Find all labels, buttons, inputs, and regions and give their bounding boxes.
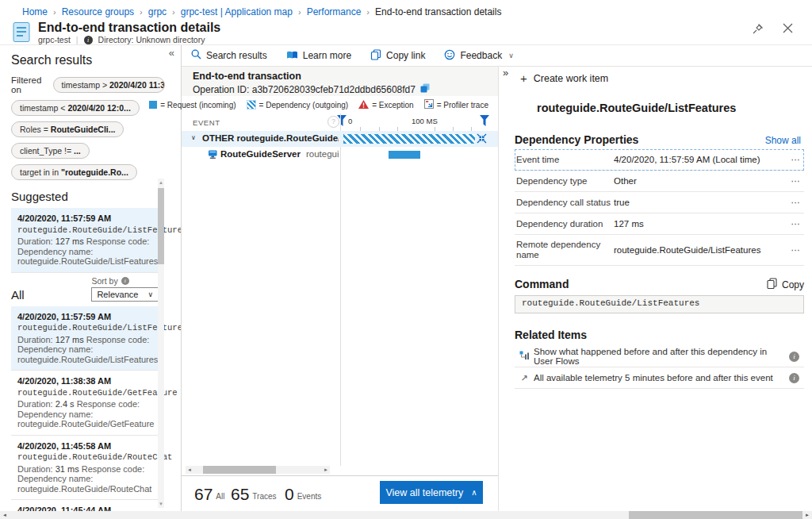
directory-info-icon[interactable]: i <box>84 36 93 44</box>
pin-icon[interactable] <box>752 23 764 37</box>
copy-operation-id-icon[interactable] <box>420 83 430 95</box>
table-row[interactable]: Dependency type Other ⋯ <box>515 171 804 192</box>
learn-more-button[interactable]: Learn more <box>286 50 351 62</box>
server-icon <box>208 150 218 162</box>
command-heading: Command <box>515 278 569 290</box>
transaction-document-icon <box>13 21 31 45</box>
scroll-left-icon[interactable]: ◄ <box>186 466 193 474</box>
scroll-left-icon[interactable]: ◄ <box>1 511 9 519</box>
result-item[interactable]: 4/20/2020, 11:38:38 AM routeguide.RouteG… <box>11 371 159 436</box>
search-results-button[interactable]: Search results <box>191 49 267 62</box>
info-icon[interactable]: i <box>779 372 804 383</box>
breadcrumb-current: End-to-end transaction details <box>375 6 501 17</box>
copy-command-button[interactable]: Copy <box>767 278 804 291</box>
table-row[interactable]: Remote dependency name routeguide.RouteG… <box>515 235 804 266</box>
table-row[interactable]: Event time 4/20/2020, 11:57:59 AM (Local… <box>515 149 804 171</box>
filter-chip-timestamp-gt[interactable]: timestamp > 2020/4/20 11:3... <box>53 77 165 93</box>
breadcrumb-home[interactable]: Home <box>22 6 48 17</box>
event-row-group[interactable]: ∨ OTHER routeguide.RouteGuide/ListFeatu <box>182 131 498 147</box>
fit-to-window-icon[interactable] <box>477 133 487 146</box>
dependency-duration-bar[interactable] <box>343 134 475 144</box>
breadcrumb-separator-icon: › <box>298 7 301 17</box>
create-work-item-button[interactable]: + Create work item <box>520 71 608 85</box>
result-timestamp: 4/20/2020, 11:38:38 AM <box>17 376 152 386</box>
breadcrumb-separator-icon: › <box>53 7 56 17</box>
more-options-icon[interactable]: ⋯ <box>777 218 804 229</box>
more-options-icon[interactable]: ⋯ <box>777 244 804 256</box>
info-icon[interactable]: i <box>779 351 804 362</box>
transaction-title: End-to-end transaction <box>193 71 498 82</box>
page-subtitle: grpc-test | i Directory: Unknown directo… <box>38 35 205 44</box>
scrollbar-thumb[interactable] <box>629 511 802 519</box>
tree-horizontal-scrollbar[interactable]: ◄ ► <box>186 466 330 474</box>
sidebar-scrollbar[interactable]: ▲ ▼ <box>158 179 164 508</box>
result-item[interactable]: 4/20/2020, 11:45:58 AM routeguide.RouteG… <box>11 436 159 501</box>
view-all-telemetry-button[interactable]: View all telemetry ∧ <box>380 481 483 504</box>
range-start-filter-icon[interactable] <box>337 115 347 129</box>
plus-icon: + <box>520 71 527 85</box>
copy-icon <box>370 49 381 63</box>
chevron-down-icon[interactable]: ∨ <box>191 134 196 141</box>
suggested-result-item[interactable]: 4/20/2020, 11:57:59 AM routeguide.RouteG… <box>11 208 159 273</box>
related-item-user-flows[interactable]: Show what happened before and after this… <box>515 346 804 367</box>
result-item[interactable]: 4/20/2020, 11:57:59 AM routeguide.RouteG… <box>11 306 159 371</box>
breadcrumb-separator-icon: › <box>172 7 175 17</box>
scroll-right-icon[interactable]: ► <box>803 511 811 519</box>
breadcrumb-resource-groups[interactable]: Resource groups <box>62 6 134 17</box>
dependency-swatch-icon <box>247 100 256 110</box>
page-horizontal-scrollbar[interactable]: ◄ ► <box>0 511 812 519</box>
scrollbar-thumb[interactable] <box>158 188 164 264</box>
request-duration-bar[interactable] <box>389 151 420 159</box>
close-icon[interactable] <box>783 23 793 37</box>
telemetry-stats-bar: 67 All 65 Traces 0 Events View all telem… <box>182 475 498 511</box>
more-options-icon[interactable]: ⋯ <box>777 175 804 186</box>
show-all-link[interactable]: Show all <box>765 135 801 146</box>
more-options-icon[interactable]: ⋯ <box>777 154 804 165</box>
command-text-box[interactable]: routeguide.RouteGuide/ListFeatures <box>515 295 804 313</box>
filter-chip-timestamp-lt[interactable]: timestamp < 2020/4/20 12:0... <box>11 100 140 116</box>
diagonal-arrow-icon: ↗ <box>515 373 534 383</box>
details-expand-icon[interactable]: » <box>503 67 508 79</box>
filter-chip-roles[interactable]: Roles = RouteGuideCli... <box>11 121 124 137</box>
resource-name: grpc-test <box>38 35 71 44</box>
filter-chip-target[interactable]: target in in "routeguide.Ro... <box>11 164 137 180</box>
range-end-filter-icon[interactable] <box>480 115 489 129</box>
filter-chip-client-type[interactable]: client_Type != ... <box>11 143 90 159</box>
related-item-all-telemetry[interactable]: ↗ All available telemetry 5 minutes befo… <box>515 367 804 389</box>
result-operation-name: routeguide.RouteGuide/ListFeatures <box>17 323 152 333</box>
search-icon <box>191 49 201 62</box>
stat-all-label: All <box>216 492 224 502</box>
breadcrumb-separator-icon: › <box>366 7 370 17</box>
transaction-timeline-pane: End-to-end transaction Operation ID: a3b… <box>182 67 498 511</box>
ruler-start-label: 0 <box>348 117 352 125</box>
breadcrumb-grpc[interactable]: grpc <box>148 6 167 17</box>
scroll-right-icon[interactable]: ► <box>322 466 330 474</box>
profiler-trace-icon <box>424 99 434 110</box>
sort-by-label: Sort by <box>91 276 117 286</box>
scrollbar-thumb[interactable] <box>203 466 276 474</box>
copy-icon <box>767 278 777 291</box>
sidebar-collapse-icon[interactable]: « <box>169 47 174 59</box>
result-timestamp: 4/20/2020, 11:57:59 AM <box>17 312 152 322</box>
all-heading: All <box>11 288 25 302</box>
sidebar-title: Search results <box>11 53 181 67</box>
stat-all-count: 67 <box>194 486 213 502</box>
event-column-header: EVENT <box>193 118 220 127</box>
more-options-icon[interactable]: ⋯ <box>777 197 804 208</box>
feedback-button[interactable]: Feedback ∨ <box>444 49 513 63</box>
dependency-details-pane: » + Create work item routeguide.RouteGui… <box>498 67 812 511</box>
operation-id-label: Operation ID: a3b720628039cfeb71d2ddbd65… <box>193 84 416 95</box>
scroll-up-icon[interactable]: ▲ <box>158 179 164 186</box>
copy-link-button[interactable]: Copy link <box>370 49 425 63</box>
sort-dropdown[interactable]: Relevance∨ <box>91 287 159 302</box>
table-row[interactable]: Dependency call status true ⋯ <box>515 192 804 213</box>
page-header: End-to-end transaction details grpc-test… <box>0 23 812 45</box>
breadcrumb-application-map[interactable]: grpc-test | Application map <box>181 6 293 17</box>
sort-info-icon[interactable]: i <box>121 277 129 285</box>
related-items-heading: Related Items <box>515 329 587 341</box>
result-item[interactable]: 4/20/2020, 11:45:44 AM routeguide.RouteG… <box>11 500 159 511</box>
scroll-down-icon[interactable]: ▼ <box>158 500 164 508</box>
breadcrumb-performance[interactable]: Performance <box>307 6 362 17</box>
table-row[interactable]: Dependency duration 127 ms ⋯ <box>515 213 804 235</box>
event-row-child[interactable]: RouteGuideServer routeguide.Rou <box>182 147 498 163</box>
